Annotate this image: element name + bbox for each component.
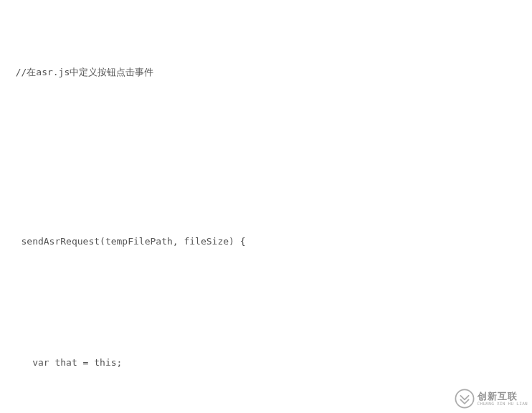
code-line: var that = this; <box>4 351 528 375</box>
code-line: //在asr.js中定义按钮点击事件 <box>4 60 528 85</box>
svg-point-0 <box>455 389 473 407</box>
code-line: sendAsrRequest(tempFilePath, fileSize) { <box>4 229 528 254</box>
watermark-en: CHUANG XIN HU LIAN <box>478 402 528 407</box>
watermark: 创新互联 CHUANG XIN HU LIAN <box>455 389 528 409</box>
code-block: //在asr.js中定义按钮点击事件 sendAsrRequest(tempFi… <box>4 11 528 413</box>
watermark-cn: 创新互联 <box>478 391 528 402</box>
watermark-text: 创新互联 CHUANG XIN HU LIAN <box>478 391 528 407</box>
logo-icon <box>455 389 475 409</box>
